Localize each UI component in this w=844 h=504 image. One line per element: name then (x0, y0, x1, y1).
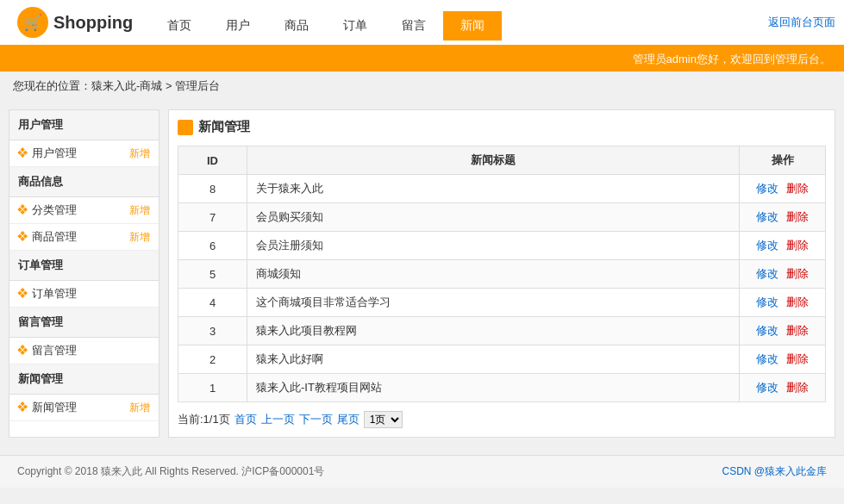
cell-actions: 修改 删除 (740, 203, 826, 232)
logo: 🛒 Shopping (0, 7, 150, 45)
delete-link[interactable]: 删除 (786, 352, 809, 365)
th-id: ID (178, 146, 247, 175)
sidebar-add-product[interactable]: 新增 (129, 230, 150, 245)
sidebar-item-news: ❖ 新闻管理 新增 (9, 395, 159, 421)
edit-link[interactable]: 修改 (756, 182, 778, 195)
delete-link[interactable]: 删除 (786, 182, 809, 195)
sidebar-item-category: ❖ 分类管理 新增 (9, 197, 159, 224)
nav-item-products[interactable]: 商品 (267, 11, 326, 40)
cell-title: 这个商城项目非常适合学习 (247, 289, 740, 317)
delete-link[interactable]: 删除 (786, 381, 809, 394)
cell-title: 会员购买须知 (247, 203, 740, 232)
pagination-last[interactable]: 尾页 (337, 412, 359, 427)
sidebar-dot-product: ❖ (16, 230, 28, 244)
delete-link[interactable]: 删除 (786, 296, 809, 308)
cell-actions: 修改 删除 (740, 289, 826, 317)
edit-link[interactable]: 修改 (756, 210, 778, 223)
footer-right[interactable]: CSDN @猿来入此金库 (722, 464, 827, 479)
table-row: 6 会员注册须知 修改 删除 (178, 232, 826, 260)
cell-title: 关于猿来入此 (247, 175, 740, 203)
cell-actions: 修改 删除 (740, 175, 826, 203)
cell-id: 7 (178, 203, 247, 232)
nav-item-messages[interactable]: 留言 (384, 11, 443, 40)
cell-id: 2 (178, 345, 247, 374)
cell-actions: 修改 删除 (740, 232, 826, 260)
sidebar-dot-category: ❖ (16, 203, 28, 217)
breadcrumb-text: 您现在的位置：猿来入此-商城 > 管理后台 (13, 79, 220, 92)
nav-item-home[interactable]: 首页 (150, 11, 209, 40)
table-row: 2 猿来入此好啊 修改 删除 (178, 345, 826, 374)
logo-icon: 🛒 (17, 7, 48, 38)
cell-actions: 修改 删除 (740, 374, 826, 402)
pagination-next[interactable]: 下一页 (299, 412, 333, 427)
sidebar-label-order[interactable]: 订单管理 (32, 286, 77, 302)
sidebar-item-user-management: ❖ 用户管理 新增 (9, 140, 159, 167)
edit-link[interactable]: 修改 (756, 296, 778, 308)
nav-item-news[interactable]: 新闻 (443, 11, 502, 40)
sidebar-label-category[interactable]: 分类管理 (32, 202, 77, 218)
edit-link[interactable]: 修改 (756, 381, 778, 394)
pagination-text: 当前:1/1页 (178, 412, 230, 427)
cell-title: 猿来入此-IT教程项目网站 (247, 374, 740, 402)
cell-actions: 修改 删除 (740, 260, 826, 289)
sidebar-item-product: ❖ 商品管理 新增 (9, 224, 159, 251)
th-action: 操作 (740, 146, 826, 175)
sidebar-section-product-info: 商品信息 (9, 167, 159, 197)
cell-title: 会员注册须知 (247, 232, 740, 260)
delete-link[interactable]: 删除 (786, 210, 809, 223)
cell-id: 1 (178, 374, 247, 402)
sidebar-add-user[interactable]: 新增 (129, 146, 150, 161)
cell-id: 3 (178, 317, 247, 345)
content-title: 新闻管理 (198, 119, 250, 135)
footer-copyright: Copyright © 2018 猿来入此 All Rights Reserve… (17, 464, 324, 479)
delete-link[interactable]: 删除 (786, 324, 809, 337)
pagination: 当前:1/1页 首页 上一页 下一页 尾页 1页 (178, 411, 826, 428)
breadcrumb: 您现在的位置：猿来入此-商城 > 管理后台 (0, 72, 844, 101)
table-row: 1 猿来入此-IT教程项目网站 修改 删除 (178, 374, 826, 402)
sidebar-add-news[interactable]: 新增 (129, 401, 150, 415)
footer: Copyright © 2018 猿来入此 All Rights Reserve… (0, 455, 844, 488)
sidebar-label-message[interactable]: 留言管理 (32, 343, 77, 358)
edit-link[interactable]: 修改 (756, 324, 778, 337)
cell-id: 6 (178, 232, 247, 260)
cell-title: 猿来入此好啊 (247, 345, 740, 374)
admin-bar-text: 管理员admin您好，欢迎回到管理后台。 (633, 53, 831, 65)
logo-text: Shopping (53, 13, 133, 33)
sidebar-label-news[interactable]: 新闻管理 (32, 400, 77, 415)
content-area: 新闻管理 ID 新闻标题 操作 8 关于猿来入此 修改 删除 7 会员购买须知 … (168, 109, 835, 438)
sidebar-add-category[interactable]: 新增 (129, 203, 150, 218)
cell-actions: 修改 删除 (740, 317, 826, 345)
nav-item-users[interactable]: 用户 (209, 11, 267, 40)
sidebar-label-product[interactable]: 商品管理 (32, 229, 77, 245)
sidebar-label-user[interactable]: 用户管理 (32, 146, 77, 161)
cell-id: 8 (178, 175, 247, 203)
header: 🛒 Shopping 首页 用户 商品 订单 留言 新闻 返回前台页面 (0, 0, 844, 47)
nav-item-orders[interactable]: 订单 (326, 11, 384, 40)
delete-link[interactable]: 删除 (786, 267, 809, 280)
back-link[interactable]: 返回前台页面 (768, 15, 844, 37)
main-layout: 用户管理 ❖ 用户管理 新增 商品信息 ❖ 分类管理 新增 ❖ 商品管理 新增 … (0, 101, 844, 446)
edit-link[interactable]: 修改 (756, 239, 778, 252)
sidebar-dot-order: ❖ (16, 287, 28, 301)
admin-bar: 管理员admin您好，欢迎回到管理后台。 (0, 47, 844, 72)
content-header: 新闻管理 (178, 119, 826, 135)
edit-link[interactable]: 修改 (756, 267, 778, 280)
delete-link[interactable]: 删除 (786, 239, 809, 252)
table-row: 3 猿来入此项目教程网 修改 删除 (178, 317, 826, 345)
news-table: ID 新闻标题 操作 8 关于猿来入此 修改 删除 7 会员购买须知 修改 删除… (178, 146, 826, 402)
table-row: 5 商城须知 修改 删除 (178, 260, 826, 289)
content-header-icon (178, 120, 193, 135)
sidebar-dot-news: ❖ (16, 401, 28, 414)
pagination-prev[interactable]: 上一页 (261, 412, 295, 427)
table-row: 7 会员购买须知 修改 删除 (178, 203, 826, 232)
sidebar-section-message-mgmt: 留言管理 (9, 308, 159, 338)
pagination-first[interactable]: 首页 (234, 412, 257, 427)
table-row: 8 关于猿来入此 修改 删除 (178, 175, 826, 203)
edit-link[interactable]: 修改 (756, 352, 778, 365)
sidebar-section-user-mgmt: 用户管理 (9, 110, 159, 140)
cell-id: 4 (178, 289, 247, 317)
table-row: 4 这个商城项目非常适合学习 修改 删除 (178, 289, 826, 317)
cell-id: 5 (178, 260, 247, 289)
cell-actions: 修改 删除 (740, 345, 826, 374)
pagination-page-select[interactable]: 1页 (364, 411, 403, 428)
